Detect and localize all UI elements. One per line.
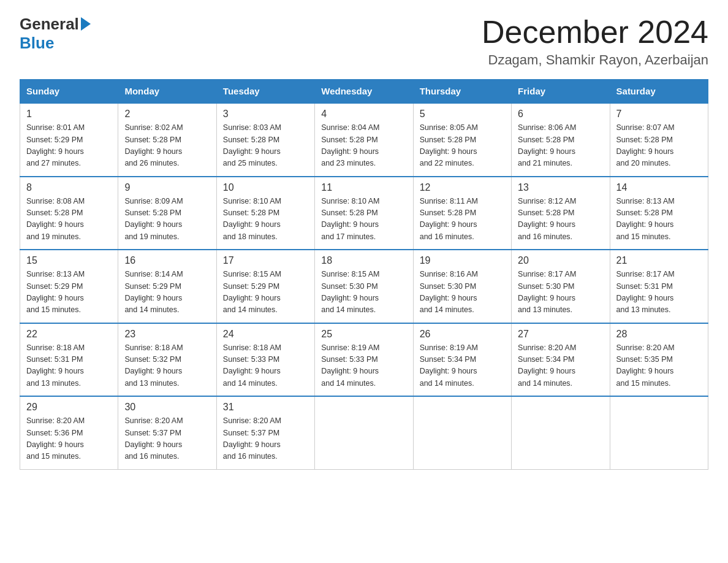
calendar-cell: 23Sunrise: 8:18 AMSunset: 5:32 PMDayligh… <box>118 323 216 397</box>
day-info: Sunrise: 8:17 AMSunset: 5:31 PMDaylight:… <box>616 269 702 316</box>
calendar-cell: 19Sunrise: 8:16 AMSunset: 5:30 PMDayligh… <box>413 250 511 323</box>
calendar-cell: 11Sunrise: 8:10 AMSunset: 5:28 PMDayligh… <box>315 177 413 250</box>
day-number: 11 <box>321 182 406 193</box>
logo-general: General <box>20 15 79 34</box>
day-number: 23 <box>124 329 210 340</box>
day-info: Sunrise: 8:07 AMSunset: 5:28 PMDaylight:… <box>616 122 702 170</box>
calendar-cell <box>413 396 511 469</box>
day-number: 24 <box>223 329 308 340</box>
day-number: 5 <box>420 109 505 120</box>
location-title: Dzagam, Shamkir Rayon, Azerbaijan <box>482 52 708 68</box>
week-row-5: 29Sunrise: 8:20 AMSunset: 5:36 PMDayligh… <box>20 396 708 469</box>
logo-arrow-icon <box>81 17 91 31</box>
day-info: Sunrise: 8:13 AMSunset: 5:29 PMDaylight:… <box>26 269 112 316</box>
calendar-cell: 28Sunrise: 8:20 AMSunset: 5:35 PMDayligh… <box>610 323 708 397</box>
calendar-cell: 4Sunrise: 8:04 AMSunset: 5:28 PMDaylight… <box>315 103 413 177</box>
week-row-3: 15Sunrise: 8:13 AMSunset: 5:29 PMDayligh… <box>20 250 708 323</box>
day-number: 21 <box>616 255 702 266</box>
day-number: 22 <box>26 329 112 340</box>
day-number: 17 <box>223 255 308 266</box>
day-number: 2 <box>124 109 210 120</box>
calendar-cell: 2Sunrise: 8:02 AMSunset: 5:28 PMDaylight… <box>118 103 216 177</box>
calendar-cell: 29Sunrise: 8:20 AMSunset: 5:36 PMDayligh… <box>20 396 118 469</box>
day-info: Sunrise: 8:17 AMSunset: 5:30 PMDaylight:… <box>518 269 603 316</box>
calendar-header-wednesday: Wednesday <box>315 80 413 104</box>
calendar-cell: 17Sunrise: 8:15 AMSunset: 5:29 PMDayligh… <box>216 250 314 323</box>
calendar-cell: 31Sunrise: 8:20 AMSunset: 5:37 PMDayligh… <box>216 396 314 469</box>
day-info: Sunrise: 8:02 AMSunset: 5:28 PMDaylight:… <box>124 122 210 170</box>
day-number: 16 <box>124 255 210 266</box>
day-info: Sunrise: 8:19 AMSunset: 5:34 PMDaylight:… <box>420 342 505 390</box>
calendar-header-tuesday: Tuesday <box>216 80 314 104</box>
calendar-cell: 9Sunrise: 8:09 AMSunset: 5:28 PMDaylight… <box>118 177 216 250</box>
day-number: 27 <box>518 329 603 340</box>
calendar-cell: 8Sunrise: 8:08 AMSunset: 5:28 PMDaylight… <box>20 177 118 250</box>
day-info: Sunrise: 8:15 AMSunset: 5:29 PMDaylight:… <box>223 269 308 316</box>
day-number: 25 <box>321 329 406 340</box>
calendar-header-friday: Friday <box>512 80 610 104</box>
day-info: Sunrise: 8:18 AMSunset: 5:32 PMDaylight:… <box>124 342 210 390</box>
day-info: Sunrise: 8:20 AMSunset: 5:34 PMDaylight:… <box>518 342 603 390</box>
day-info: Sunrise: 8:20 AMSunset: 5:36 PMDaylight:… <box>26 415 112 463</box>
day-info: Sunrise: 8:12 AMSunset: 5:28 PMDaylight:… <box>518 196 603 243</box>
day-info: Sunrise: 8:20 AMSunset: 5:37 PMDaylight:… <box>124 415 210 463</box>
calendar-cell: 20Sunrise: 8:17 AMSunset: 5:30 PMDayligh… <box>512 250 610 323</box>
calendar-cell: 24Sunrise: 8:18 AMSunset: 5:33 PMDayligh… <box>216 323 314 397</box>
calendar-cell: 16Sunrise: 8:14 AMSunset: 5:29 PMDayligh… <box>118 250 216 323</box>
day-number: 3 <box>223 109 308 120</box>
day-number: 18 <box>321 255 406 266</box>
week-row-1: 1Sunrise: 8:01 AMSunset: 5:29 PMDaylight… <box>20 103 708 177</box>
day-info: Sunrise: 8:20 AMSunset: 5:35 PMDaylight:… <box>616 342 702 390</box>
day-number: 7 <box>616 109 702 120</box>
day-info: Sunrise: 8:11 AMSunset: 5:28 PMDaylight:… <box>420 196 505 243</box>
calendar-cell: 7Sunrise: 8:07 AMSunset: 5:28 PMDaylight… <box>610 103 708 177</box>
calendar-cell: 13Sunrise: 8:12 AMSunset: 5:28 PMDayligh… <box>512 177 610 250</box>
calendar-cell <box>315 396 413 469</box>
calendar-cell: 21Sunrise: 8:17 AMSunset: 5:31 PMDayligh… <box>610 250 708 323</box>
day-info: Sunrise: 8:13 AMSunset: 5:28 PMDaylight:… <box>616 196 702 243</box>
calendar-header-sunday: Sunday <box>20 80 118 104</box>
day-info: Sunrise: 8:03 AMSunset: 5:28 PMDaylight:… <box>223 122 308 170</box>
day-number: 4 <box>321 109 406 120</box>
calendar-cell: 6Sunrise: 8:06 AMSunset: 5:28 PMDaylight… <box>512 103 610 177</box>
calendar-cell: 18Sunrise: 8:15 AMSunset: 5:30 PMDayligh… <box>315 250 413 323</box>
day-info: Sunrise: 8:09 AMSunset: 5:28 PMDaylight:… <box>124 196 210 243</box>
day-info: Sunrise: 8:15 AMSunset: 5:30 PMDaylight:… <box>321 269 406 316</box>
day-number: 8 <box>26 182 112 193</box>
day-info: Sunrise: 8:08 AMSunset: 5:28 PMDaylight:… <box>26 196 112 243</box>
calendar-cell: 1Sunrise: 8:01 AMSunset: 5:29 PMDaylight… <box>20 103 118 177</box>
calendar-cell: 10Sunrise: 8:10 AMSunset: 5:28 PMDayligh… <box>216 177 314 250</box>
day-info: Sunrise: 8:19 AMSunset: 5:33 PMDaylight:… <box>321 342 406 390</box>
calendar-header-saturday: Saturday <box>610 80 708 104</box>
day-info: Sunrise: 8:05 AMSunset: 5:28 PMDaylight:… <box>420 122 505 170</box>
day-number: 14 <box>616 182 702 193</box>
calendar-cell: 30Sunrise: 8:20 AMSunset: 5:37 PMDayligh… <box>118 396 216 469</box>
calendar-cell: 12Sunrise: 8:11 AMSunset: 5:28 PMDayligh… <box>413 177 511 250</box>
logo: General Blue <box>20 15 91 53</box>
day-info: Sunrise: 8:01 AMSunset: 5:29 PMDaylight:… <box>26 122 112 170</box>
calendar-header-thursday: Thursday <box>413 80 511 104</box>
day-info: Sunrise: 8:18 AMSunset: 5:31 PMDaylight:… <box>26 342 112 390</box>
calendar-header-row: SundayMondayTuesdayWednesdayThursdayFrid… <box>20 80 708 104</box>
calendar-cell: 22Sunrise: 8:18 AMSunset: 5:31 PMDayligh… <box>20 323 118 397</box>
day-info: Sunrise: 8:10 AMSunset: 5:28 PMDaylight:… <box>321 196 406 243</box>
day-info: Sunrise: 8:20 AMSunset: 5:37 PMDaylight:… <box>223 415 308 463</box>
page-header: General Blue December 2024 Dzagam, Shamk… <box>20 15 708 68</box>
day-number: 31 <box>223 402 308 413</box>
calendar-cell <box>610 396 708 469</box>
day-number: 9 <box>124 182 210 193</box>
calendar-cell: 15Sunrise: 8:13 AMSunset: 5:29 PMDayligh… <box>20 250 118 323</box>
day-info: Sunrise: 8:14 AMSunset: 5:29 PMDaylight:… <box>124 269 210 316</box>
day-number: 6 <box>518 109 603 120</box>
day-number: 13 <box>518 182 603 193</box>
day-number: 29 <box>26 402 112 413</box>
calendar-cell: 5Sunrise: 8:05 AMSunset: 5:28 PMDaylight… <box>413 103 511 177</box>
week-row-2: 8Sunrise: 8:08 AMSunset: 5:28 PMDaylight… <box>20 177 708 250</box>
logo-blue: Blue <box>20 34 54 52</box>
calendar-cell <box>512 396 610 469</box>
day-info: Sunrise: 8:10 AMSunset: 5:28 PMDaylight:… <box>223 196 308 243</box>
calendar-cell: 25Sunrise: 8:19 AMSunset: 5:33 PMDayligh… <box>315 323 413 397</box>
day-number: 15 <box>26 255 112 266</box>
day-number: 28 <box>616 329 702 340</box>
week-row-4: 22Sunrise: 8:18 AMSunset: 5:31 PMDayligh… <box>20 323 708 397</box>
